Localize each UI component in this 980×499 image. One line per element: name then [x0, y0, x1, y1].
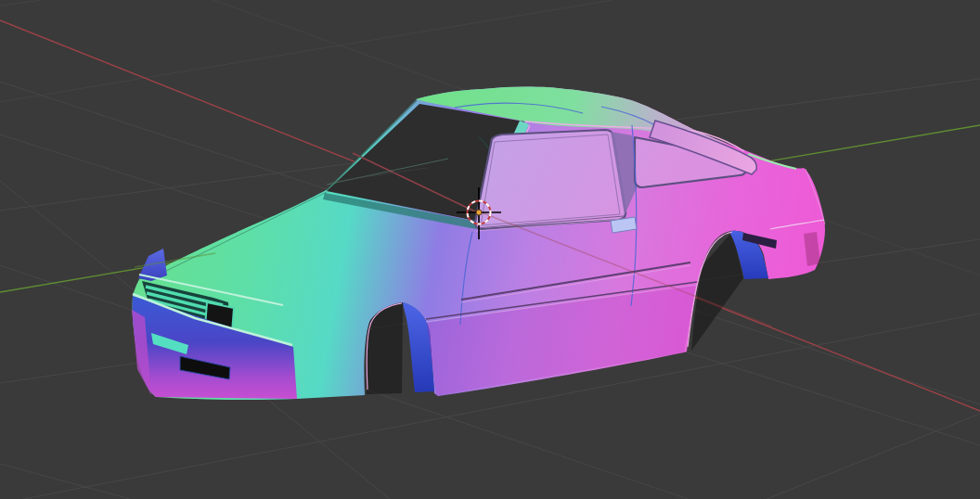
- door-window: [475, 130, 625, 229]
- cursor-center-dot: [476, 210, 482, 215]
- viewport-3d[interactable]: [0, 0, 980, 499]
- viewport-stage[interactable]: [0, 0, 980, 499]
